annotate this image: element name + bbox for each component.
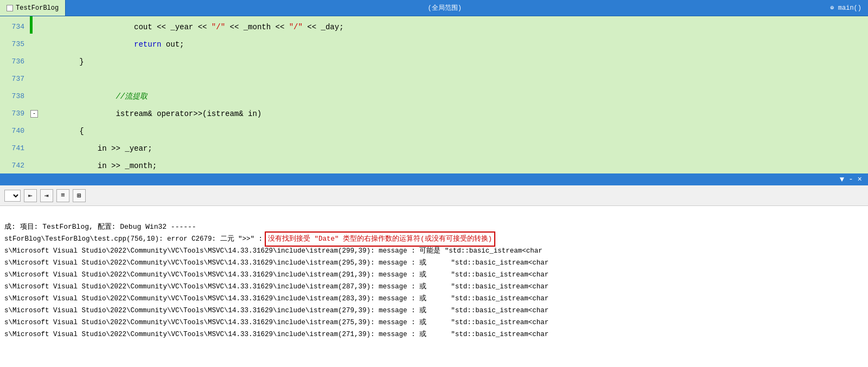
tab-testforblog[interactable]: TestForBlog (0, 0, 66, 16)
output-error-line: stForBlog\TestForBlog\test.cpp(756,10): … (4, 233, 864, 245)
output-toolbar: ⇤ ⇥ ≡ ⊞ (0, 185, 868, 206)
output-area: 成: 项目: TestForBlog, 配置: Debug Win32 ----… (0, 206, 868, 367)
code-line-739: 739 - istream& operator>>(istream& in) (0, 105, 868, 123)
output-message-line-1: s\Microsoft Visual Studio\2022\Community… (4, 257, 864, 269)
toolbar-icon-indent2[interactable]: ⇥ (40, 189, 53, 202)
tab-label: TestForBlog (16, 4, 59, 12)
green-change-bar (30, 16, 33, 34)
list-icon: ≡ (61, 191, 65, 199)
line-num-742: 742 (0, 157, 30, 173)
splitter-collapse-btn[interactable]: ▼ (838, 175, 846, 184)
output-message-line-4: s\Microsoft Visual Studio\2022\Community… (4, 293, 864, 305)
splitter-minimize-btn[interactable]: - (847, 175, 854, 184)
tab-right: ⊕ main() (824, 0, 868, 16)
toolbar-icon-list[interactable]: ≡ (56, 189, 69, 202)
error-highlight-text: 没有找到接受 "Date" 类型的右操作数的运算符(或没有可接受的转换) (265, 231, 495, 247)
line-content-742: in >> _month; (39, 157, 157, 173)
code-line-735: 735 return out; (0, 36, 868, 53)
code-lines: 734 cout << _year << "/" << _month << "/… (0, 16, 868, 173)
toolbar-icon-indent1[interactable]: ⇤ (24, 189, 37, 202)
output-message-line-6: s\Microsoft Visual Studio\2022\Community… (4, 317, 864, 329)
message-text-7: s\Microsoft Visual Studio\2022\Community… (4, 329, 548, 340)
grid-icon: ⊞ (77, 191, 81, 200)
line-content-736: } (39, 53, 84, 70)
output-message-line-7: s\Microsoft Visual Studio\2022\Community… (4, 329, 864, 340)
indent-right-icon: ⇥ (44, 191, 49, 200)
bottom-container: ⇤ ⇥ ≡ ⊞ 成: 项目: TestForBlog, 配置: Debug Wi… (0, 185, 868, 367)
code-text: << _day; (303, 23, 344, 31)
toolbar-icon-grid[interactable]: ⊞ (73, 189, 86, 202)
tab-bar: TestForBlog (全局范围) ⊕ main() (0, 0, 868, 16)
line-num-739: 739 (0, 105, 30, 123)
indent-left-icon: ⇤ (28, 191, 33, 200)
line-num-738: 738 (0, 88, 30, 105)
tab-scope-label: (全局范围) (428, 3, 462, 12)
collapse-button-739[interactable]: - (30, 110, 38, 118)
gutter-739: - (30, 110, 39, 118)
code-string: "/" (212, 23, 225, 31)
output-dropdown[interactable] (4, 190, 21, 202)
line-num-741: 741 (0, 140, 30, 157)
message-text-4: s\Microsoft Visual Studio\2022\Community… (4, 293, 548, 305)
code-line-742: 742 in >> _month; (0, 157, 868, 173)
line-content-741: in >> _year; (39, 140, 152, 157)
message-text-6: s\Microsoft Visual Studio\2022\Community… (4, 317, 548, 329)
splitter-close-btn[interactable]: × (856, 175, 864, 184)
message-text-5: s\Microsoft Visual Studio\2022\Community… (4, 305, 548, 317)
message-text-0: s\Microsoft Visual Studio\2022\Community… (4, 245, 542, 257)
line-num-736: 736 (0, 53, 30, 70)
output-message-line-0: s\Microsoft Visual Studio\2022\Community… (4, 245, 864, 257)
splitter-controls: ▼ - × (838, 175, 864, 184)
message-text-1: s\Microsoft Visual Studio\2022\Community… (4, 257, 548, 269)
line-num-734: 734 (0, 18, 30, 36)
message-text-3: s\Microsoft Visual Studio\2022\Community… (4, 281, 548, 293)
line-num-740: 740 (0, 123, 30, 140)
output-message-line-3: s\Microsoft Visual Studio\2022\Community… (4, 281, 864, 293)
tab-main-label: ⊕ main() (830, 4, 861, 12)
project-line-text: 成: 项目: TestForBlog, 配置: Debug Win32 ----… (4, 221, 196, 233)
tab-middle: (全局范围) (66, 0, 824, 16)
tab-checkbox (7, 5, 13, 11)
code-line-741: 741 in >> _year; (0, 140, 868, 157)
code-string: "/" (289, 23, 303, 31)
line-content-740: { (39, 123, 84, 140)
message-text-2: s\Microsoft Visual Studio\2022\Community… (4, 269, 548, 281)
output-message-line-2: s\Microsoft Visual Studio\2022\Community… (4, 269, 864, 281)
line-num-737: 737 (0, 70, 30, 88)
splitter-bar: ▼ - × (0, 173, 868, 185)
code-text: out; (161, 40, 184, 49)
error-prefix-text: stForBlog\TestForBlog\test.cpp(756,10): … (4, 233, 263, 245)
code-text (79, 40, 134, 49)
code-editor: 734 cout << _year << "/" << _month << "/… (0, 16, 868, 173)
keyword-return: return (134, 40, 161, 49)
line-num-735: 735 (0, 36, 30, 53)
code-text: << _month << (225, 23, 289, 31)
output-blank-line (4, 209, 864, 221)
code-text: istream& operator>>(istream& in) (79, 110, 261, 118)
output-message-line-5: s\Microsoft Visual Studio\2022\Community… (4, 305, 864, 317)
